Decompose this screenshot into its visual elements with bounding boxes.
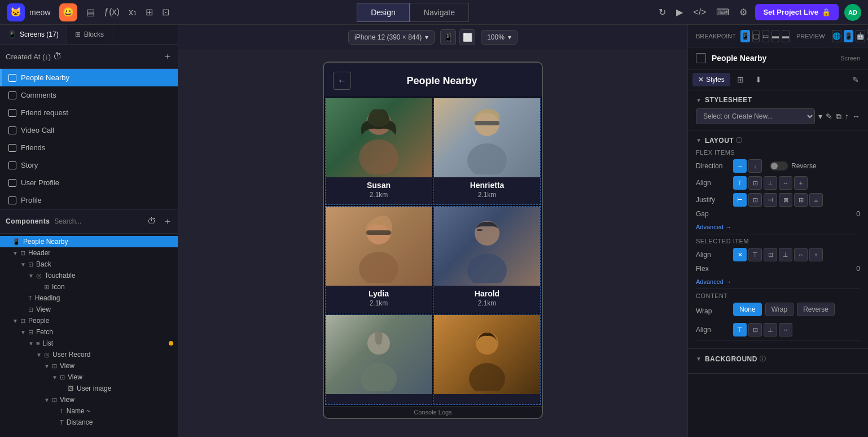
- edit-style-btn[interactable]: ✎: [848, 72, 863, 88]
- screen-item-friend-request[interactable]: Friend request: [0, 104, 178, 121]
- c-align-end-btn[interactable]: ⊥: [764, 323, 777, 337]
- history-button[interactable]: ⏱: [51, 49, 64, 64]
- stylesheet-header[interactable]: ▼ Stylesheet: [696, 96, 860, 104]
- tree-people-nearby[interactable]: 📱 People Nearby: [0, 236, 178, 247]
- reverse-toggle[interactable]: [770, 161, 788, 171]
- align-center-btn[interactable]: ⊡: [748, 176, 762, 190]
- console-logs-bar[interactable]: Console Logs: [324, 406, 542, 418]
- justify-center-btn[interactable]: ⊡: [748, 193, 762, 207]
- dir-col-btn[interactable]: ↓: [748, 159, 762, 173]
- advanced-link2[interactable]: Advanced →: [696, 278, 731, 285]
- play-icon[interactable]: ▶: [674, 5, 685, 20]
- screen-item-story[interactable]: Story: [0, 156, 178, 174]
- set-live-button[interactable]: Set Project Live 🔒: [755, 4, 839, 20]
- landscape-view-btn[interactable]: ⬜: [459, 29, 475, 45]
- tree-fetch[interactable]: ▼ ⊟ Fetch: [0, 326, 178, 338]
- refresh-icon[interactable]: ↻: [656, 5, 668, 20]
- database-icon[interactable]: ▤: [86, 7, 95, 18]
- dir-row-btn[interactable]: →: [733, 159, 747, 173]
- tree-user-image[interactable]: 🖼 User image: [0, 383, 178, 394]
- layout-header[interactable]: ▼ Layout ⓘ: [696, 136, 860, 145]
- person-card-6[interactable]: [433, 314, 541, 405]
- device-selector[interactable]: iPhone 12 (390 × 844) ▾: [348, 30, 435, 45]
- person-card-5[interactable]: [325, 314, 432, 405]
- zoom-selector[interactable]: 100% ▾: [481, 30, 518, 45]
- tree-people[interactable]: ▼ ⊡ People: [0, 315, 178, 326]
- sort-button[interactable]: Created At (↓): [6, 53, 51, 61]
- bp-lg-btn[interactable]: ▬: [771, 30, 779, 42]
- tree-view-inner[interactable]: ▼ ⊡ View: [0, 372, 178, 383]
- background-header[interactable]: ▼ Background ⓘ: [696, 355, 860, 363]
- tree-name[interactable]: T Name ~: [0, 405, 178, 417]
- tab-blocks[interactable]: ⊞ Blocks: [67, 25, 112, 44]
- align-stretch-btn[interactable]: ↔: [779, 176, 792, 190]
- add-screen-button[interactable]: ＋: [163, 51, 172, 63]
- bp-md-btn[interactable]: ▭: [762, 30, 769, 42]
- variable-icon[interactable]: x₁: [129, 7, 137, 18]
- styles-tab-btn[interactable]: ✕ Styles: [692, 73, 730, 86]
- tree-list[interactable]: ▼ ≡ List: [0, 338, 178, 349]
- tree-back[interactable]: ▼ ⊡ Back: [0, 259, 178, 270]
- media-icon[interactable]: ⊡: [162, 7, 169, 18]
- tree-header[interactable]: ▼ ⊡ Header: [0, 247, 178, 259]
- download-style-btn[interactable]: ⬇: [751, 72, 766, 88]
- code-icon[interactable]: </>: [691, 5, 708, 20]
- tree-icon[interactable]: ⊞ Icon: [0, 281, 178, 292]
- align-start-btn[interactable]: ⊤: [733, 176, 747, 190]
- tree-view-header[interactable]: ⊡ View: [0, 304, 178, 315]
- c-align-center-btn[interactable]: ⊡: [748, 323, 762, 337]
- justify-start-btn[interactable]: ⊢: [733, 193, 747, 207]
- stylesheet-dropdown-btn[interactable]: ▾: [818, 112, 822, 121]
- screen-item-friends[interactable]: Friends: [0, 139, 178, 156]
- sel-align-stretch-btn[interactable]: ↔: [794, 248, 808, 261]
- tab-navigate[interactable]: Navigate: [410, 3, 469, 22]
- justify-around-btn[interactable]: ⊞: [794, 193, 808, 207]
- components-history-btn[interactable]: ⏱: [145, 214, 159, 229]
- tree-touchable[interactable]: ▼ ◎ Touchable: [0, 270, 178, 281]
- stylesheet-up-btn[interactable]: ↑: [845, 112, 849, 121]
- add-style-btn[interactable]: ⊞: [733, 72, 748, 88]
- advanced-link[interactable]: Advanced →: [696, 224, 731, 230]
- justify-between-btn[interactable]: ⊠: [779, 193, 792, 207]
- person-card-henrietta[interactable]: Henrietta 2.1km: [433, 98, 541, 205]
- stylesheet-edit-btn[interactable]: ✎: [826, 112, 832, 121]
- mobile-view-btn[interactable]: 📱: [440, 29, 456, 45]
- bp-xl-btn[interactable]: ▬: [782, 30, 790, 42]
- sel-align-end-btn[interactable]: ⊥: [779, 248, 792, 261]
- bp-mobile-btn[interactable]: 📱: [740, 30, 750, 42]
- preview-web-btn[interactable]: 🌐: [832, 30, 841, 42]
- person-card-susan[interactable]: Susan 2.1km: [325, 98, 432, 205]
- tab-screens[interactable]: 📱 Screens (17): [0, 25, 67, 44]
- preview-android-btn[interactable]: 🤖: [856, 30, 865, 42]
- screen-item-comments[interactable]: Comments: [0, 86, 178, 104]
- person-card-lydia[interactable]: Lydia 2.1km: [325, 206, 432, 313]
- justify-end-btn[interactable]: ⊣: [764, 193, 777, 207]
- stylesheet-select[interactable]: Select or Create New...: [696, 108, 815, 124]
- tree-distance[interactable]: T Distance: [0, 417, 178, 428]
- sel-align-base-btn[interactable]: +: [809, 248, 823, 261]
- justify-evenly-btn[interactable]: ≡: [809, 193, 823, 207]
- c-align-start-btn[interactable]: ⊤: [733, 323, 747, 337]
- screen-item-profile[interactable]: Profile: [0, 191, 178, 209]
- preview-ios-btn[interactable]: 📱: [844, 30, 853, 42]
- align-baseline-btn[interactable]: +: [794, 176, 808, 190]
- back-button-phone[interactable]: ←: [333, 72, 351, 90]
- tab-design[interactable]: Design: [357, 3, 410, 22]
- wrap-none-btn[interactable]: None: [733, 303, 762, 316]
- align-end-btn[interactable]: ⊥: [764, 176, 777, 190]
- stylesheet-copy-btn[interactable]: ⧉: [836, 112, 841, 121]
- person-card-harold[interactable]: Harold 2.1km: [433, 206, 541, 313]
- stylesheet-side-btn[interactable]: ↔: [852, 112, 860, 121]
- function-icon[interactable]: ƒ(x): [104, 7, 120, 18]
- sel-align-start-btn[interactable]: ⊤: [748, 248, 762, 261]
- tree-view-info[interactable]: ▼ ⊡ View: [0, 394, 178, 405]
- settings-icon[interactable]: ⚙: [737, 5, 749, 20]
- screen-item-user-profile[interactable]: User Profile: [0, 174, 178, 191]
- components-search-input[interactable]: [54, 217, 141, 225]
- component-icon[interactable]: ⊞: [146, 7, 153, 18]
- tree-view-record[interactable]: ▼ ⊡ View: [0, 360, 178, 372]
- add-component-button[interactable]: ＋: [163, 216, 172, 228]
- screen-item-video-call[interactable]: Video Call: [0, 121, 178, 139]
- tree-user-record[interactable]: ▼ ◎ User Record: [0, 349, 178, 360]
- c-align-stretch-btn[interactable]: ↔: [779, 323, 792, 337]
